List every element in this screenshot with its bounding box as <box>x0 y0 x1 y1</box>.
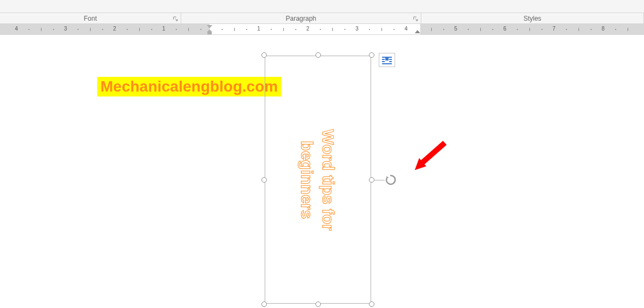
ruler-number: 7 <box>552 26 556 32</box>
ruler-left-margin: 4 3 2 1 <box>0 24 210 34</box>
ruler-track: 4 3 2 1 1 2 3 4 <box>0 24 644 34</box>
first-line-indent-icon[interactable] <box>207 25 212 28</box>
ribbon-toolbar-partial <box>0 0 644 13</box>
font-dialog-launcher-icon[interactable] <box>172 16 179 22</box>
textbox-line2: beginners <box>299 141 317 219</box>
ruler-right-margin: 5 6 7 8 <box>420 24 644 34</box>
ribbon-group-styles: Styles <box>421 13 644 23</box>
paragraph-dialog-launcher-icon[interactable] <box>413 16 419 22</box>
ribbon-group-paragraph-label: Paragraph <box>285 15 316 22</box>
svg-rect-4 <box>389 61 392 62</box>
resize-handle-top-right[interactable] <box>369 52 374 58</box>
textbox-border[interactable]: Word tips for beginners <box>265 56 371 304</box>
ruler-active-area: 1 2 3 4 <box>210 24 420 34</box>
textbox-line1: Word tips for <box>320 129 338 230</box>
ruler-number: 3 <box>64 26 67 32</box>
textbox-rotated-text[interactable]: Word tips for beginners <box>297 129 339 230</box>
ruler-number: 4 <box>404 26 408 32</box>
resize-handle-bottom-right[interactable] <box>369 301 374 307</box>
annotation-arrow-icon <box>412 140 450 173</box>
ribbon-group-labels: Font Paragraph Styles <box>0 13 644 24</box>
layout-options-icon <box>381 56 392 64</box>
svg-rect-2 <box>389 59 392 60</box>
resize-handle-top-middle[interactable] <box>315 52 321 58</box>
ruler-number: 1 <box>257 26 260 32</box>
svg-rect-1 <box>382 59 385 60</box>
ribbon-group-styles-label: Styles <box>523 15 541 22</box>
watermark-text: Mechanicalengblog.com <box>97 77 281 96</box>
rotation-handle-icon[interactable] <box>384 173 397 186</box>
svg-rect-3 <box>382 61 385 62</box>
layout-options-button[interactable] <box>379 53 395 67</box>
hanging-indent-icon[interactable] <box>207 29 212 34</box>
ruler-number: 4 <box>15 26 18 32</box>
ribbon-group-font: Font <box>0 13 181 23</box>
ruler-number: 8 <box>601 26 605 32</box>
ribbon-group-paragraph: Paragraph <box>181 13 421 23</box>
rotation-connector <box>374 180 385 180</box>
ruler-number: 5 <box>454 26 457 32</box>
horizontal-ruler[interactable]: 4 3 2 1 1 2 3 4 <box>0 24 644 35</box>
resize-handle-top-left[interactable] <box>261 52 267 58</box>
ribbon-group-font-label: Font <box>84 15 97 22</box>
resize-handle-bottom-middle[interactable] <box>315 301 321 307</box>
ruler-number: 2 <box>306 26 309 32</box>
selected-textbox[interactable]: Word tips for beginners <box>265 56 371 304</box>
resize-handle-middle-left[interactable] <box>261 177 267 183</box>
ruler-number: 1 <box>162 26 165 32</box>
resize-handle-bottom-left[interactable] <box>261 301 267 307</box>
right-indent-icon[interactable] <box>415 30 420 33</box>
ruler-number: 6 <box>503 26 506 32</box>
ruler-number: 2 <box>113 26 116 32</box>
svg-rect-5 <box>382 63 392 64</box>
document-canvas[interactable]: Mechanicalengblog.com Word tips for begi… <box>0 35 644 308</box>
ruler-number: 3 <box>355 26 359 32</box>
